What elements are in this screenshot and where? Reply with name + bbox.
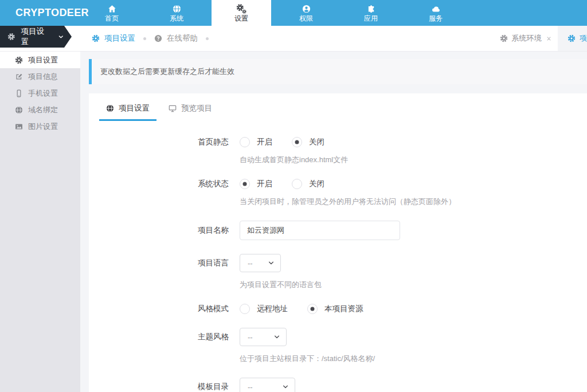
field-label: 首页静态 [198, 137, 240, 147]
field-label: 项目名称 [198, 225, 240, 236]
nav-item-services[interactable]: 服务 [406, 0, 465, 26]
radio-label: 开启 [257, 179, 272, 189]
radio-label: 开启 [257, 137, 272, 147]
page-tab-label: 在线帮助 [167, 33, 198, 44]
gear-icon [500, 34, 508, 42]
nav-item-home[interactable]: 首页 [82, 0, 142, 26]
sidebar-item-domain-binding[interactable]: 域名绑定 [0, 101, 80, 118]
nav-item-label: 应用 [341, 14, 401, 23]
project-name-input[interactable] [240, 221, 400, 240]
nav-item-label: 设置 [212, 14, 271, 23]
field-label: 系统状态 [198, 179, 240, 189]
panel-tab-label: 项目设置 [119, 103, 150, 113]
nav-item-label: 首页 [82, 14, 142, 23]
form-field-project-name: 项目名称 [198, 221, 587, 240]
brand-logo[interactable]: CRYPTODEER [0, 0, 82, 26]
globe-icon [147, 3, 206, 14]
field-label: 项目语言 [198, 258, 240, 268]
sidebar-item-label: 项目信息 [28, 72, 58, 82]
content-area: 更改数据之后需要更新缓存之后才能生效 项目设置 预览项目 首页静态 [80, 52, 587, 392]
home-icon [82, 3, 142, 14]
gear-icon [7, 33, 15, 41]
radio-circle [307, 304, 318, 314]
tab-separator-dot [143, 37, 146, 40]
gear-icon [568, 34, 576, 42]
puzzle-icon [341, 3, 401, 14]
sidebar-item-project-info[interactable]: 项目信息 [0, 68, 80, 85]
panel-tab-project-settings[interactable]: 项目设置 [99, 103, 156, 121]
nav-item-permissions[interactable]: 权限 [276, 0, 336, 26]
project-language-select[interactable]: -- [240, 254, 281, 272]
main-area: 项目设置 项目信息 手机设置 域名绑定 图片设置 更改数据之后需要更新缓存之后才… [0, 52, 587, 392]
select-value: -- [248, 333, 253, 342]
sidebar-item-label: 图片设置 [28, 121, 58, 132]
session-tab-system-env[interactable]: 系统环境 [493, 26, 558, 51]
radio-option-on[interactable]: 开启 [240, 179, 272, 189]
breadcrumb-bar: 项目设置 项目设置 在线帮助 系统环境 项目设置 [0, 26, 587, 52]
field-label: 模板目录 [198, 382, 240, 392]
page-tab-project-settings[interactable]: 项目设置 [92, 33, 135, 44]
sidebar: 项目设置 项目信息 手机设置 域名绑定 图片设置 [0, 52, 80, 392]
chevron-down-icon [58, 34, 64, 40]
page-tab-online-help[interactable]: 在线帮助 [154, 33, 198, 44]
radio-label: 关闭 [309, 137, 324, 147]
radio-circle [292, 179, 302, 189]
panel-tabs: 项目设置 预览项目 [89, 93, 587, 121]
field-help-text: 位于项目主站根目录下：/static/风格名称/ [240, 354, 587, 364]
session-tab-project-settings[interactable]: 项目设置 [558, 26, 587, 51]
radio-circle [292, 137, 302, 147]
radio-label: 本项目资源 [324, 304, 363, 314]
module-dropdown[interactable]: 项目设置 [0, 26, 64, 48]
image-icon [15, 123, 23, 131]
form-field-style-mode: 风格模式 远程地址 本项目资源 [198, 304, 587, 314]
alert-banner: 更改数据之后需要更新缓存之后才能生效 [89, 59, 587, 84]
form-field-homepage-static: 首页静态 开启 关闭 自动生成首页静态index.html文件 [198, 137, 587, 165]
radio-option-on[interactable]: 开启 [240, 137, 272, 147]
settings-form: 首页静态 开启 关闭 自动生成首页静态index.html文件 [89, 121, 587, 392]
nav-item-apps[interactable]: 应用 [341, 0, 401, 26]
sidebar-item-mobile-settings[interactable]: 手机设置 [0, 85, 80, 101]
template-directory-select[interactable]: -- [240, 378, 295, 392]
field-help-text: 自动生成首页静态index.html文件 [240, 155, 587, 165]
radio-label: 远程地址 [257, 304, 288, 314]
field-label: 主题风格 [198, 332, 240, 342]
radio-option-off[interactable]: 关闭 [292, 137, 324, 147]
monitor-icon [169, 104, 177, 112]
field-help-text: 为项目设置不同的语言包 [240, 280, 587, 290]
module-dropdown-label: 项目设置 [21, 26, 50, 47]
form-field-template-directory: 模板目录 -- [198, 378, 587, 392]
globe-icon [15, 106, 23, 114]
gear-icon [15, 56, 23, 64]
tab-separator-dot [206, 37, 209, 40]
radio-circle [240, 304, 250, 314]
close-icon[interactable] [546, 36, 551, 41]
radio-label: 关闭 [309, 179, 324, 189]
panel-tab-preview-project[interactable]: 预览项目 [162, 103, 219, 121]
form-field-project-language: 项目语言 -- 为项目设置不同的语言包 [198, 254, 587, 290]
session-tab-label: 系统环境 [512, 33, 542, 44]
main-nav: 首页 系统 设置 权限 应用 服务 [82, 0, 471, 26]
top-navbar: CRYPTODEER 首页 系统 设置 权限 应用 服务 [0, 0, 587, 26]
sidebar-item-image-settings[interactable]: 图片设置 [0, 118, 80, 135]
chevron-down-icon [273, 334, 280, 340]
field-help-text: 当关闭项目时，除管理员之外的用户将无法访问（静态页面除外） [240, 197, 587, 207]
panel-tab-label: 预览项目 [181, 103, 212, 113]
radio-option-local[interactable]: 本项目资源 [307, 304, 363, 314]
nav-item-system[interactable]: 系统 [147, 0, 206, 26]
session-tab-label: 项目设置 [580, 33, 587, 44]
radio-option-off[interactable]: 关闭 [292, 179, 324, 189]
mobile-icon [15, 89, 23, 97]
radio-circle [240, 179, 250, 189]
radio-option-remote[interactable]: 远程地址 [240, 304, 288, 314]
form-field-theme-style: 主题风格 -- 位于项目主站根目录下：/static/风格名称/ [198, 328, 587, 364]
theme-style-select[interactable]: -- [240, 328, 287, 346]
session-tabs: 系统环境 项目设置 [493, 26, 587, 51]
nav-item-label: 系统 [147, 14, 206, 23]
chevron-down-icon [268, 260, 275, 266]
nav-item-settings[interactable]: 设置 [212, 0, 271, 26]
globe-icon [106, 104, 114, 112]
sidebar-item-label: 手机设置 [28, 88, 58, 99]
select-value: -- [248, 259, 253, 268]
gears-icon [212, 3, 271, 14]
sidebar-item-project-settings[interactable]: 项目设置 [0, 52, 80, 68]
